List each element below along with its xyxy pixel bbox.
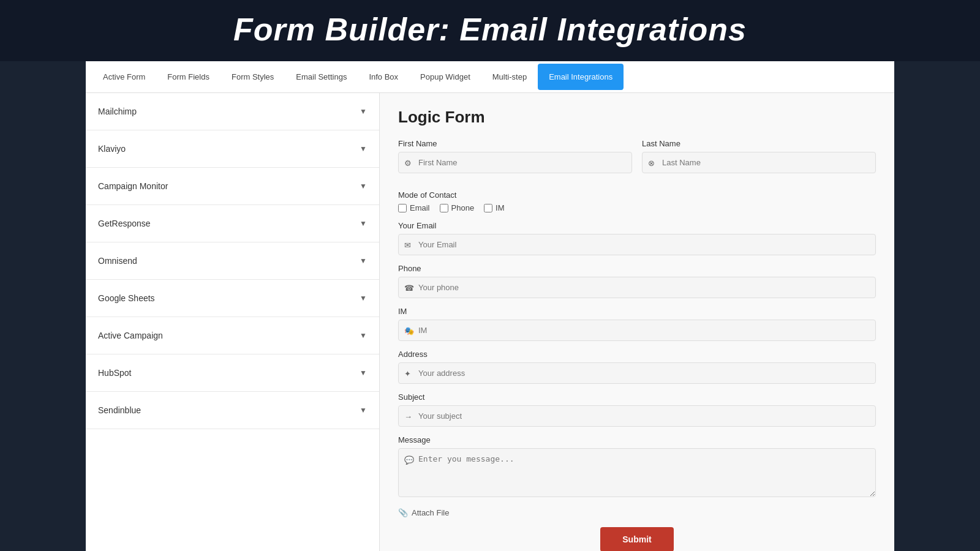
arrow-icon: →: [404, 411, 412, 421]
address-group: Address ✦: [398, 350, 876, 384]
name-row: First Name ⚙ Last Name ⊗: [398, 139, 876, 182]
integration-mailchimp[interactable]: Mailchimp ▼: [86, 93, 379, 130]
phone-input[interactable]: [398, 277, 876, 298]
right-panel: Logic Form First Name ⚙ Last Name ⊗: [380, 93, 894, 551]
first-name-input[interactable]: [398, 152, 632, 173]
page-title: Form Builder: Email Integrations: [0, 11, 980, 48]
tab-info-box[interactable]: Info Box: [358, 64, 409, 90]
main-container: Active Form Form Fields Form Styles Emai…: [86, 61, 894, 551]
chevron-down-icon: ▼: [360, 369, 367, 377]
chat-icon: 💬: [404, 455, 414, 465]
chevron-down-icon: ▼: [360, 107, 367, 116]
im-icon: 🎭: [404, 326, 414, 335]
user-icon: ⊗: [648, 158, 655, 167]
chevron-down-icon: ▼: [360, 406, 367, 414]
last-name-group: Last Name ⊗: [642, 139, 876, 173]
email-label: Your Email: [398, 221, 876, 230]
email-input[interactable]: [398, 234, 876, 255]
chevron-down-icon: ▼: [360, 182, 367, 190]
first-name-group: First Name ⚙: [398, 139, 632, 173]
chevron-down-icon: ▼: [360, 257, 367, 265]
message-textarea[interactable]: [398, 448, 876, 497]
message-wrapper: 💬: [398, 448, 876, 500]
chevron-down-icon: ▼: [360, 331, 367, 340]
phone-checkbox[interactable]: [440, 204, 448, 212]
email-checkbox-label: Email: [410, 203, 430, 212]
integration-campaign-monitor[interactable]: Campaign Monitor ▼: [86, 168, 379, 205]
form-title: Logic Form: [398, 108, 876, 127]
tab-multi-step[interactable]: Multi-step: [481, 64, 538, 90]
page-header: Form Builder: Email Integrations: [0, 0, 980, 61]
im-wrapper: 🎭: [398, 320, 876, 341]
im-label: IM: [398, 307, 876, 316]
user-icon: ⚙: [404, 158, 412, 167]
last-name-label: Last Name: [642, 139, 876, 148]
email-checkbox[interactable]: [398, 204, 407, 212]
mode-of-contact-section: Mode of Contact Email Phone IM: [398, 190, 876, 212]
tab-email-settings[interactable]: Email Settings: [285, 64, 358, 90]
email-group: Your Email ✉: [398, 221, 876, 255]
integration-google-sheets[interactable]: Google Sheets ▼: [86, 280, 379, 317]
submit-button[interactable]: Submit: [600, 527, 673, 551]
tab-form-styles[interactable]: Form Styles: [221, 64, 285, 90]
im-checkbox-group: IM: [484, 203, 504, 212]
attach-file[interactable]: 📎 Attach File: [398, 508, 876, 517]
chevron-down-icon: ▼: [360, 219, 367, 228]
subject-wrapper: →: [398, 405, 876, 427]
subject-input[interactable]: [398, 405, 876, 427]
phone-checkbox-label: Phone: [451, 203, 475, 212]
first-name-label: First Name: [398, 139, 632, 148]
subject-group: Subject →: [398, 392, 876, 427]
address-wrapper: ✦: [398, 362, 876, 384]
chevron-down-icon: ▼: [360, 294, 367, 302]
last-name-wrapper: ⊗: [642, 152, 876, 173]
mode-checkboxes: Email Phone IM: [398, 203, 876, 212]
attach-label: Attach File: [412, 508, 449, 517]
message-label: Message: [398, 435, 876, 444]
envelope-icon: ✉: [404, 240, 411, 249]
im-checkbox[interactable]: [484, 204, 492, 212]
integration-active-campaign[interactable]: Active Campaign ▼: [86, 317, 379, 354]
paperclip-icon: 📎: [398, 508, 408, 517]
first-name-wrapper: ⚙: [398, 152, 632, 173]
mode-label: Mode of Contact: [398, 190, 876, 200]
content-area: Mailchimp ▼ Klaviyo ▼ Campaign Monitor ▼…: [86, 93, 894, 551]
im-checkbox-label: IM: [496, 203, 504, 212]
subject-label: Subject: [398, 392, 876, 402]
integration-omnisend[interactable]: Omnisend ▼: [86, 242, 379, 280]
left-panel: Mailchimp ▼ Klaviyo ▼ Campaign Monitor ▼…: [86, 93, 380, 551]
phone-group: Phone ☎: [398, 264, 876, 298]
phone-wrapper: ☎: [398, 277, 876, 298]
tabs-bar: Active Form Form Fields Form Styles Emai…: [86, 61, 894, 93]
tab-popup-widget[interactable]: Popup Widget: [409, 64, 481, 90]
email-wrapper: ✉: [398, 234, 876, 255]
tab-active-form[interactable]: Active Form: [92, 64, 156, 90]
phone-icon: ☎: [404, 283, 414, 292]
address-label: Address: [398, 350, 876, 359]
chevron-down-icon: ▼: [360, 144, 367, 153]
location-icon: ✦: [404, 369, 411, 378]
im-group: IM 🎭: [398, 307, 876, 341]
address-input[interactable]: [398, 362, 876, 384]
tab-email-integrations[interactable]: Email Integrations: [538, 64, 624, 90]
integration-sendinblue[interactable]: Sendinblue ▼: [86, 392, 379, 429]
integration-hubspot[interactable]: HubSpot ▼: [86, 354, 379, 392]
last-name-input[interactable]: [642, 152, 876, 173]
im-input[interactable]: [398, 320, 876, 341]
integration-getresponse[interactable]: GetResponse ▼: [86, 205, 379, 242]
integration-klaviyo[interactable]: Klaviyo ▼: [86, 130, 379, 168]
email-checkbox-group: Email: [398, 203, 430, 212]
message-group: Message 💬: [398, 435, 876, 500]
phone-label: Phone: [398, 264, 876, 273]
tab-form-fields[interactable]: Form Fields: [156, 64, 221, 90]
phone-checkbox-group: Phone: [440, 203, 475, 212]
